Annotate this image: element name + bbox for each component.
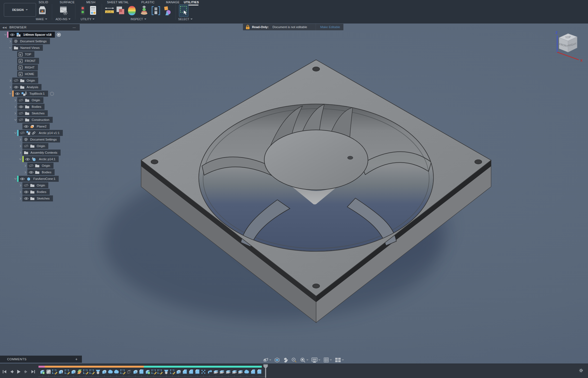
- timeline-options-gear-icon[interactable]: [579, 368, 583, 373]
- inspect-measure-icon[interactable]: [104, 5, 115, 17]
- timeline-feature-chamfer-icon[interactable]: [182, 369, 188, 374]
- expander-icon[interactable]: [8, 93, 12, 94]
- viewports-tool-button[interactable]: [334, 357, 345, 363]
- utility-group-label[interactable]: UTILITY: [81, 17, 91, 21]
- fit-tool-button[interactable]: [299, 357, 309, 363]
- step-back-button[interactable]: [9, 369, 15, 375]
- browser-row[interactable]: RIGHT: [0, 64, 38, 70]
- browser-row[interactable]: FRONT: [0, 58, 39, 64]
- timeline-feature-sketch-icon[interactable]: [64, 369, 70, 374]
- visibility-on-icon[interactable]: [25, 157, 30, 161]
- fan-spacer-model[interactable]: [0, 23, 588, 378]
- timeline-feature-sketch-icon[interactable]: [52, 369, 57, 374]
- timeline-feature-split-icon[interactable]: [232, 369, 237, 374]
- chevron-down-icon[interactable]: [318, 359, 320, 361]
- browser-row[interactable]: FanAeroCone:1: [0, 176, 59, 182]
- browser-row[interactable]: Origin: [0, 78, 38, 84]
- timeline-feature-revolve-icon[interactable]: [95, 369, 101, 374]
- visibility-off-icon[interactable]: [19, 118, 23, 122]
- visibility-on-icon[interactable]: [29, 171, 34, 174]
- design-menu-button[interactable]: DESIGN: [4, 3, 36, 17]
- expander-icon[interactable]: [8, 47, 12, 49]
- chevron-down-icon[interactable]: [330, 359, 332, 361]
- utility-traffic-light-icon[interactable]: [79, 5, 86, 17]
- skip-to-end-button[interactable]: [30, 369, 36, 375]
- browser-row[interactable]: Origin: [0, 182, 48, 188]
- expander-icon[interactable]: [19, 184, 22, 187]
- timeline-feature-combine-icon[interactable]: [114, 369, 119, 374]
- browser-item-label[interactable]: TOP: [25, 53, 31, 56]
- browser-row[interactable]: Arctic p14 v1:1: [0, 130, 63, 136]
- tab-manage[interactable]: MANAGE: [166, 1, 180, 4]
- browser-row[interactable]: Bodies: [0, 169, 55, 175]
- expander-icon[interactable]: [13, 178, 17, 180]
- visibility-off-icon[interactable]: [24, 144, 29, 148]
- browser-row[interactable]: Sketches: [0, 110, 48, 116]
- expander-icon[interactable]: [8, 40, 12, 43]
- browser-row[interactable]: TopBlock:1: [0, 91, 54, 97]
- visibility-on-icon[interactable]: [24, 125, 29, 128]
- browser-row[interactable]: Bodies: [0, 189, 50, 195]
- make-3d-print-icon[interactable]: [38, 5, 47, 17]
- timeline-feature-new-component-icon[interactable]: [40, 369, 45, 374]
- browser-item-label[interactable]: FRONT: [25, 59, 36, 62]
- browser-row[interactable]: TOP: [0, 51, 34, 57]
- browser-row[interactable]: Analysis: [0, 84, 41, 90]
- timeline-feature-split-icon[interactable]: [225, 369, 231, 374]
- look-at-tool-button[interactable]: [274, 357, 281, 363]
- timeline-feature-plane-icon[interactable]: [77, 369, 82, 374]
- expander-icon[interactable]: [19, 191, 22, 193]
- make-group-label[interactable]: MAKE: [36, 17, 44, 21]
- timeline-feature-revolve-icon[interactable]: [164, 369, 169, 374]
- visibility-off-icon[interactable]: [19, 111, 23, 115]
- browser-row[interactable]: Assembly Contexts: [0, 150, 61, 156]
- visibility-on-icon[interactable]: [24, 197, 29, 200]
- timeline-feature-chamfer-icon[interactable]: [188, 369, 194, 374]
- collapse-panel-icon[interactable]: ◀◀: [2, 26, 7, 29]
- browser-item-label[interactable]: Origin: [32, 99, 40, 102]
- timeline-feature-combine-icon[interactable]: [244, 369, 250, 374]
- chevron-down-icon[interactable]: [269, 359, 271, 361]
- browser-row[interactable]: 140mm Spacer v18: [0, 32, 61, 38]
- browser-row[interactable]: Document Settings: [0, 38, 50, 44]
- timeline-feature-fillet-icon[interactable]: [195, 369, 200, 374]
- browser-item-label[interactable]: Bodies: [37, 190, 46, 194]
- addins-scripts-icon[interactable]: >_: [59, 5, 68, 17]
- timeline-feature-combine-icon[interactable]: [108, 369, 113, 374]
- timeline-feature-link-icon[interactable]: [46, 369, 51, 374]
- addins-group-label[interactable]: ADD-INS: [55, 17, 67, 21]
- timeline-playhead[interactable]: [263, 364, 268, 378]
- tab-utilities[interactable]: UTILITIES: [184, 1, 199, 4]
- comments-bar[interactable]: COMMENTS +: [0, 356, 82, 363]
- expander-icon[interactable]: [13, 106, 17, 108]
- browser-row[interactable]: HOME: [0, 71, 38, 77]
- expander-icon[interactable]: [13, 132, 17, 134]
- inspect-component-color-icon[interactable]: [151, 5, 161, 17]
- timeline-feature-sketch-icon[interactable]: [83, 369, 88, 374]
- activate-component-radio[interactable]: [57, 33, 61, 37]
- display-tool-button[interactable]: [311, 357, 321, 363]
- timeline-feature-move-icon[interactable]: [207, 369, 212, 374]
- chevron-down-icon[interactable]: [342, 359, 344, 361]
- browser-item-label[interactable]: Document Settings: [30, 138, 57, 141]
- expander-icon[interactable]: [8, 86, 12, 88]
- expander-icon[interactable]: [23, 171, 27, 174]
- timeline-feature-sketch-icon[interactable]: [157, 369, 163, 374]
- browser-row[interactable]: Arctic p14:1: [0, 156, 59, 162]
- expander-icon[interactable]: [19, 145, 22, 147]
- timeline-feature-sketch-icon[interactable]: [120, 369, 126, 374]
- expander-icon[interactable]: [19, 158, 22, 160]
- inspect-center-of-mass-icon[interactable]: [163, 5, 172, 17]
- expander-icon[interactable]: [13, 112, 17, 115]
- visibility-off-icon[interactable]: [24, 183, 29, 187]
- view-cube[interactable]: TOP FRONT RIGHT Z X: [551, 26, 586, 64]
- timeline-feature-fillet-icon[interactable]: [257, 369, 262, 374]
- browser-item-label[interactable]: 140mm Spacer v18: [23, 33, 52, 36]
- browser-row[interactable]: Origin: [0, 143, 48, 149]
- timeline-feature-hole-icon[interactable]: [126, 369, 132, 374]
- add-comment-button[interactable]: +: [75, 357, 78, 361]
- visibility-on-icon[interactable]: [10, 33, 15, 37]
- visibility-on-icon[interactable]: [15, 92, 20, 96]
- browser-row[interactable]: Document Settings: [0, 136, 60, 142]
- browser-item-label[interactable]: Document Settings: [20, 40, 47, 43]
